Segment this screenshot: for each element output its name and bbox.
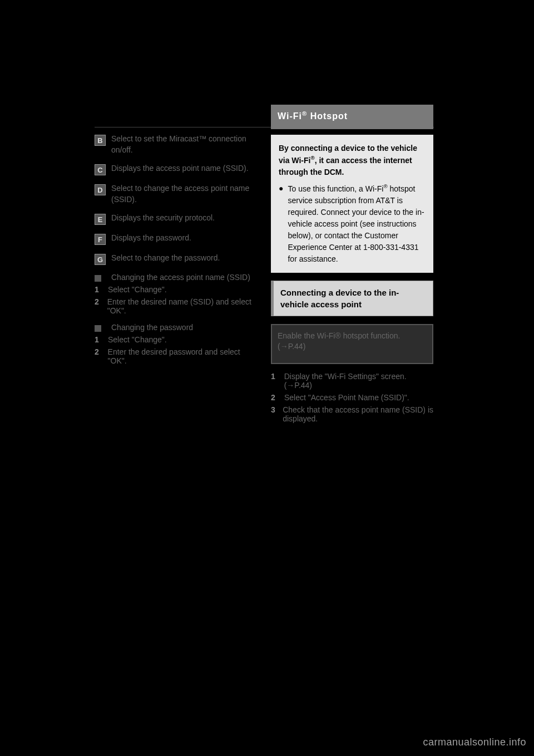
step-1-2: 2 Enter the desired name (SSID) and sele… xyxy=(95,297,257,315)
info-box: By connecting a device to the vehicle vi… xyxy=(271,135,433,272)
subheading-1-text: Changing the access point name (SSID) xyxy=(111,273,250,282)
item-d: D Select to change the access point name… xyxy=(95,183,257,205)
step-number: 1 xyxy=(95,285,102,294)
item-e-text: Displays the security protocol. xyxy=(111,213,215,225)
subheading-2-text: Changing the password xyxy=(111,323,193,332)
item-e: E Displays the security protocol. xyxy=(95,213,257,225)
step-number: 2 xyxy=(95,297,102,315)
watermark: carmanualsonline.info xyxy=(423,737,526,748)
item-d-text: Select to change the access point name (… xyxy=(111,183,257,205)
item-g: G Select to change the password. xyxy=(95,253,257,265)
step-number: 2 xyxy=(95,347,102,365)
section-title: Wi-Fi® Hotspot xyxy=(271,105,433,129)
bullet-b: hotspot service subscription from AT&T i… xyxy=(288,184,424,263)
registered-icon: ® xyxy=(383,183,387,189)
step-number: 3 xyxy=(271,405,277,423)
hint-box: Enable the Wi-Fi® hotspot function. (→P.… xyxy=(271,324,433,364)
step-1-1: 1 Select "Change". xyxy=(95,285,257,294)
sub-heading: Connecting a device to the in-vehicle ac… xyxy=(271,281,433,316)
info-lead: By connecting a device to the vehicle vi… xyxy=(279,143,426,178)
step-1-2-text: Enter the desired name (SSID) and select… xyxy=(107,297,257,315)
right-step-3: 3 Check that the access point name (SSID… xyxy=(271,405,433,423)
registered-icon: ® xyxy=(310,155,314,161)
item-f-text: Displays the password. xyxy=(111,233,191,245)
step-2-1-text: Select "Change". xyxy=(108,335,167,344)
subheading-2: Changing the password xyxy=(95,323,257,332)
step-number: 2 xyxy=(271,393,279,402)
bullet-text: To use this function, a Wi-Fi® hotspot s… xyxy=(288,183,426,265)
right-column: Wi-Fi® Hotspot By connecting a device to… xyxy=(271,100,433,426)
step-number: 1 xyxy=(95,335,102,344)
registered-icon: ® xyxy=(302,110,307,117)
bullet-a: To use this function, a Wi-Fi xyxy=(288,184,383,193)
item-c-text: Displays the access point name (SSID). xyxy=(111,163,249,175)
page-content: B Select to set the Miracast™ connection… xyxy=(95,100,434,426)
left-column: B Select to set the Miracast™ connection… xyxy=(95,100,257,426)
item-b-text: Select to set the Miracast™ connection o… xyxy=(111,134,257,155)
title-part-a: Wi-Fi xyxy=(278,111,302,121)
item-f: F Displays the password. xyxy=(95,233,257,245)
right-step-2-text: Select "Access Point Name (SSID)". xyxy=(284,393,409,402)
step-number: 1 xyxy=(271,372,279,390)
subheading-1: Changing the access point name (SSID) xyxy=(95,273,257,282)
bullet-icon: ● xyxy=(279,183,283,265)
step-1-1-text: Select "Change". xyxy=(108,285,167,294)
right-step-2: 2 Select "Access Point Name (SSID)". xyxy=(271,393,433,402)
right-step-3-text: Check that the access point name (SSID) … xyxy=(283,405,433,423)
letter-b-icon: B xyxy=(95,135,106,146)
square-icon xyxy=(95,275,101,282)
step-2-2: 2 Enter the desired password and select … xyxy=(95,347,257,365)
letter-e-icon: E xyxy=(95,214,106,225)
item-g-text: Select to change the password. xyxy=(111,253,220,265)
letter-c-icon: C xyxy=(95,164,106,175)
letter-g-icon: G xyxy=(95,254,106,265)
square-icon xyxy=(95,325,101,332)
step-2-2-text: Enter the desired password and select "O… xyxy=(108,347,257,365)
title-part-b: Hotspot xyxy=(307,111,348,121)
right-step-1-text: Display the "Wi-Fi Settings" screen. (→P… xyxy=(284,372,433,390)
letter-f-icon: F xyxy=(95,234,106,245)
letter-d-icon: D xyxy=(95,184,106,195)
item-b: B Select to set the Miracast™ connection… xyxy=(95,134,257,155)
item-c: C Displays the access point name (SSID). xyxy=(95,163,257,175)
info-bullet: ● To use this function, a Wi-Fi® hotspot… xyxy=(279,183,426,265)
step-2-1: 1 Select "Change". xyxy=(95,335,257,344)
right-step-1: 1 Display the "Wi-Fi Settings" screen. (… xyxy=(271,372,433,390)
